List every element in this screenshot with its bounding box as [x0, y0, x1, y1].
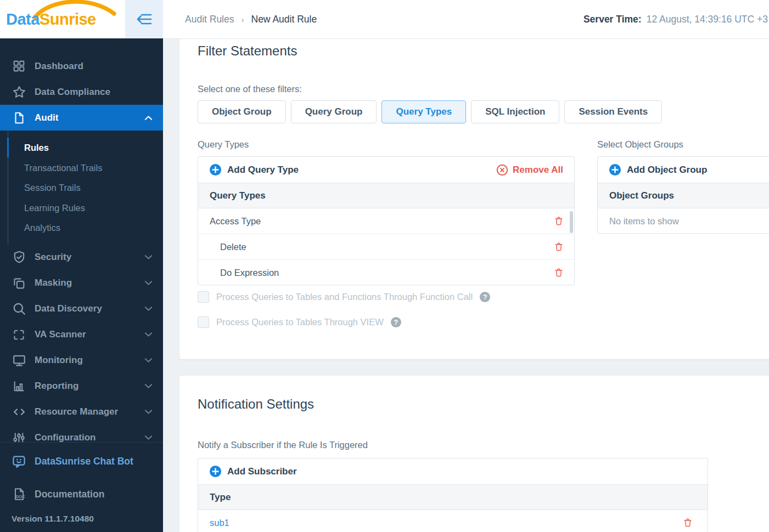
sidebar-item-label: Reporting	[35, 381, 144, 392]
sidebar-item-label: Dashboard	[35, 61, 153, 72]
notification-settings-card: Notification Settings Notify a Subscribe…	[179, 376, 769, 532]
sidebar-item-masking[interactable]: Masking	[0, 270, 163, 296]
sidebar-item-dashboard[interactable]: Dashboard	[0, 53, 163, 79]
sidebar-item-analytics[interactable]: Analytics	[0, 218, 163, 238]
plus-circle-icon	[609, 163, 621, 176]
subscriber-link[interactable]: sub1	[210, 518, 229, 528]
sidebar-item-label: Data Compliance	[35, 87, 153, 98]
datasunrise-logo[interactable]: DataSunrise	[0, 0, 125, 38]
logo-text: DataSunrise	[6, 10, 96, 29]
sidebar-item-learning-rules[interactable]: Learning Rules	[0, 198, 163, 218]
sidebar-item-label: Data Discovery	[35, 303, 144, 314]
sidebar-menu: Dashboard Data Compliance Audit Rules Tr…	[0, 38, 163, 451]
sidebar-item-rules[interactable]: Rules	[0, 138, 163, 158]
query-type-row-label: Access Type	[210, 216, 261, 227]
delete-row-button[interactable]	[553, 267, 564, 278]
filter-button-object-group[interactable]: Object Group	[198, 100, 286, 123]
trash-icon	[553, 267, 564, 278]
sidebar-item-documentation[interactable]: DOC Documentation	[0, 478, 163, 511]
query-types-column-header: Query Types	[198, 183, 574, 208]
chevron-down-icon	[144, 435, 153, 440]
add-subscriber-label: Add Subscriber	[227, 466, 297, 477]
submenu-active-line	[7, 138, 9, 157]
sidebar-item-data-compliance[interactable]: Data Compliance	[0, 79, 163, 105]
plus-circle-icon	[209, 465, 222, 478]
sidebar-item-label: Configuration	[35, 432, 144, 443]
query-type-row: Delete	[198, 234, 574, 260]
checkbox-label: Process Queries to Tables and Functions …	[216, 292, 473, 302]
sidebar-item-label: Masking	[35, 278, 144, 288]
audit-document-icon	[12, 110, 26, 125]
sidebar-item-label: VA Scanner	[35, 329, 144, 340]
add-object-group-button[interactable]: Add Object Group	[609, 163, 707, 176]
copy-mask-icon	[12, 276, 26, 291]
subscribers-panel: Add Subscriber Type sub1	[198, 458, 708, 532]
sidebar-item-va-scanner[interactable]: VA Scanner	[0, 322, 163, 348]
breadcrumb: Audit Rules › New Audit Rule	[163, 14, 317, 25]
sidebar-item-data-discovery[interactable]: Data Discovery	[0, 296, 163, 322]
chevron-down-icon	[144, 306, 153, 312]
object-groups-toolbar: Add Object Group	[598, 157, 769, 183]
sidebar-collapse-button[interactable]	[125, 0, 163, 38]
checkbox-function-call[interactable]	[198, 291, 209, 303]
sidebar-item-label: Security	[35, 252, 144, 263]
query-type-row: Do Expression	[198, 260, 574, 285]
query-type-row-label: Delete	[220, 242, 246, 252]
star-icon	[12, 84, 26, 99]
chatbot-label: DataSunrise Chat Bot	[35, 456, 133, 467]
option-through-view: Process Queries to Tables Through VIEW ?	[198, 316, 401, 328]
filter-button-sql-injection[interactable]: SQL Injection	[471, 100, 559, 123]
sidebar-item-label: Monitoring	[35, 355, 144, 366]
filter-button-query-group[interactable]: Query Group	[291, 100, 377, 123]
sidebar-item-chatbot[interactable]: DataSunrise Chat Bot	[0, 445, 163, 478]
add-query-type-button[interactable]: Add Query Type	[209, 163, 299, 176]
sidebar-item-resource-manager[interactable]: Resource Manager	[0, 399, 163, 425]
sidebar-bottom: DataSunrise Chat Bot DOC Documentation V…	[0, 442, 163, 532]
collapse-menu-icon	[134, 12, 154, 27]
sidebar-item-audit[interactable]: Audit	[0, 105, 163, 131]
object-groups-panel: Add Object Group Object Groups No items …	[597, 156, 769, 234]
plus-circle-icon	[209, 163, 222, 176]
sidebar-item-reporting[interactable]: Reporting	[0, 373, 163, 399]
query-types-toolbar: Add Query Type Remove All	[198, 157, 574, 183]
notification-settings-title: Notification Settings	[198, 397, 314, 412]
empty-text: No items to show	[609, 216, 679, 227]
checkbox-through-view[interactable]	[198, 316, 209, 328]
main-content: Filter Statements Select one of these fi…	[163, 38, 769, 532]
notify-subscriber-hint: Notify a Subscriber if the Rule Is Trigg…	[198, 440, 368, 450]
chevron-up-icon	[144, 115, 153, 121]
query-types-label: Query Types	[198, 139, 249, 150]
delete-row-button[interactable]	[553, 216, 564, 227]
subscribers-toolbar: Add Subscriber	[198, 459, 708, 485]
top-bar: Audit Rules › New Audit Rule Server Time…	[163, 0, 769, 39]
sidebar-item-transactional-trails[interactable]: Transactional Trails	[0, 158, 163, 178]
trash-icon	[553, 216, 564, 227]
help-icon[interactable]: ?	[480, 292, 490, 302]
delete-subscriber-button[interactable]	[682, 517, 693, 528]
object-groups-column-header: Object Groups	[598, 183, 769, 208]
sidebar-item-monitoring[interactable]: Monitoring	[0, 348, 163, 373]
logo-data-word: Data	[6, 10, 40, 28]
bar-chart-icon	[12, 379, 26, 394]
filter-statements-card: Filter Statements Select one of these fi…	[179, 39, 769, 359]
sidebar-item-security[interactable]: Security	[0, 245, 163, 270]
server-time-label: Server Time:	[583, 14, 642, 25]
sidebar-item-session-trails[interactable]: Session Trails	[0, 178, 163, 198]
breadcrumb-current-page: New Audit Rule	[251, 14, 317, 25]
delete-row-button[interactable]	[553, 241, 564, 252]
remove-all-button[interactable]: Remove All	[496, 164, 563, 176]
add-subscriber-button[interactable]: Add Subscriber	[209, 465, 297, 478]
breadcrumb-separator: ›	[242, 15, 244, 24]
checkbox-label: Process Queries to Tables Through VIEW	[216, 317, 384, 327]
filter-button-query-types[interactable]: Query Types	[381, 100, 466, 123]
add-query-type-label: Add Query Type	[227, 165, 299, 176]
query-type-row-label: Do Expression	[220, 268, 279, 278]
filter-button-session-events[interactable]: Session Events	[564, 100, 662, 123]
breadcrumb-audit-rules-link[interactable]: Audit Rules	[185, 14, 234, 25]
add-object-group-label: Add Object Group	[627, 165, 707, 176]
chevron-down-icon	[144, 409, 153, 415]
filter-statements-title: Filter Statements	[198, 43, 297, 59]
chevron-down-icon	[144, 254, 153, 260]
query-types-scrollbar[interactable]	[570, 211, 573, 233]
help-icon[interactable]: ?	[391, 317, 401, 327]
